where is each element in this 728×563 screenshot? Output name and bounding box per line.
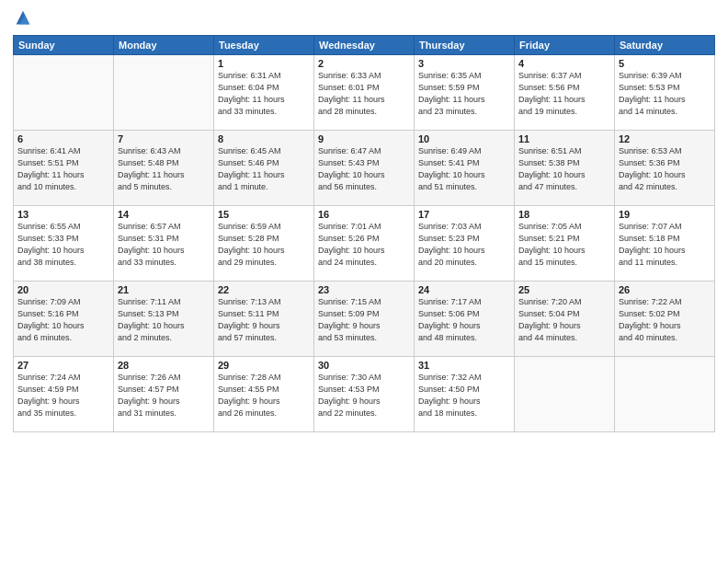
logo <box>13 9 35 29</box>
calendar-table: SundayMondayTuesdayWednesdayThursdayFrid… <box>13 35 715 432</box>
calendar-cell: 12Sunrise: 6:53 AM Sunset: 5:36 PM Dayli… <box>615 131 715 206</box>
day-number: 25 <box>518 284 610 295</box>
day-number: 22 <box>218 284 310 295</box>
day-info: Sunrise: 7:24 AM Sunset: 4:59 PM Dayligh… <box>17 372 109 419</box>
calendar-cell: 28Sunrise: 7:26 AM Sunset: 4:57 PM Dayli… <box>114 357 214 432</box>
week-row-1: 1Sunrise: 6:31 AM Sunset: 6:04 PM Daylig… <box>14 55 715 131</box>
day-number: 15 <box>218 209 310 220</box>
weekday-tuesday: Tuesday <box>214 36 314 55</box>
calendar-cell: 9Sunrise: 6:47 AM Sunset: 5:43 PM Daylig… <box>314 131 415 206</box>
calendar-cell: 26Sunrise: 7:22 AM Sunset: 5:02 PM Dayli… <box>615 282 715 357</box>
day-info: Sunrise: 7:17 AM Sunset: 5:06 PM Dayligh… <box>418 296 510 344</box>
day-number: 5 <box>619 58 711 69</box>
day-info: Sunrise: 6:35 AM Sunset: 5:59 PM Dayligh… <box>418 70 510 118</box>
day-number: 16 <box>318 209 410 220</box>
day-info: Sunrise: 6:51 AM Sunset: 5:38 PM Dayligh… <box>518 145 610 193</box>
day-number: 4 <box>518 58 610 69</box>
day-number: 8 <box>218 133 310 144</box>
calendar-cell: 11Sunrise: 6:51 AM Sunset: 5:38 PM Dayli… <box>515 131 615 206</box>
day-info: Sunrise: 7:05 AM Sunset: 5:21 PM Dayligh… <box>518 221 610 269</box>
calendar-cell: 16Sunrise: 7:01 AM Sunset: 5:26 PM Dayli… <box>314 206 415 282</box>
calendar-cell: 6Sunrise: 6:41 AM Sunset: 5:51 PM Daylig… <box>14 131 114 206</box>
calendar-cell: 1Sunrise: 6:31 AM Sunset: 6:04 PM Daylig… <box>214 55 314 131</box>
calendar-cell: 5Sunrise: 6:39 AM Sunset: 5:53 PM Daylig… <box>615 55 715 131</box>
day-info: Sunrise: 7:11 AM Sunset: 5:13 PM Dayligh… <box>118 296 210 344</box>
day-number: 21 <box>118 284 210 295</box>
day-info: Sunrise: 6:39 AM Sunset: 5:53 PM Dayligh… <box>619 70 711 118</box>
weekday-monday: Monday <box>114 36 214 55</box>
calendar-cell: 17Sunrise: 7:03 AM Sunset: 5:23 PM Dayli… <box>415 206 515 282</box>
calendar-cell: 10Sunrise: 6:49 AM Sunset: 5:41 PM Dayli… <box>415 131 515 206</box>
calendar-cell: 15Sunrise: 6:59 AM Sunset: 5:28 PM Dayli… <box>214 206 314 282</box>
day-info: Sunrise: 7:13 AM Sunset: 5:11 PM Dayligh… <box>218 296 310 344</box>
day-number: 20 <box>17 284 109 295</box>
day-info: Sunrise: 7:03 AM Sunset: 5:23 PM Dayligh… <box>418 221 510 269</box>
weekday-sunday: Sunday <box>14 36 114 55</box>
day-info: Sunrise: 7:32 AM Sunset: 4:50 PM Dayligh… <box>418 372 510 419</box>
week-row-2: 6Sunrise: 6:41 AM Sunset: 5:51 PM Daylig… <box>14 131 715 206</box>
weekday-header-row: SundayMondayTuesdayWednesdayThursdayFrid… <box>14 36 715 55</box>
day-info: Sunrise: 7:28 AM Sunset: 4:55 PM Dayligh… <box>218 372 310 419</box>
day-number: 28 <box>118 360 210 371</box>
day-info: Sunrise: 6:37 AM Sunset: 5:56 PM Dayligh… <box>518 70 610 118</box>
weekday-thursday: Thursday <box>415 36 515 55</box>
day-number: 18 <box>518 209 610 220</box>
calendar-cell <box>14 55 114 131</box>
day-number: 2 <box>318 58 410 69</box>
day-number: 12 <box>619 133 711 144</box>
day-info: Sunrise: 6:49 AM Sunset: 5:41 PM Dayligh… <box>418 145 510 193</box>
day-info: Sunrise: 6:33 AM Sunset: 6:01 PM Dayligh… <box>318 70 410 118</box>
day-number: 17 <box>418 209 510 220</box>
day-info: Sunrise: 7:22 AM Sunset: 5:02 PM Dayligh… <box>619 296 711 344</box>
calendar-cell: 25Sunrise: 7:20 AM Sunset: 5:04 PM Dayli… <box>515 282 615 357</box>
day-info: Sunrise: 6:31 AM Sunset: 6:04 PM Dayligh… <box>218 70 310 118</box>
day-info: Sunrise: 6:59 AM Sunset: 5:28 PM Dayligh… <box>218 221 310 269</box>
day-number: 29 <box>218 360 310 371</box>
calendar-cell: 23Sunrise: 7:15 AM Sunset: 5:09 PM Dayli… <box>314 282 415 357</box>
day-info: Sunrise: 6:55 AM Sunset: 5:33 PM Dayligh… <box>17 221 109 269</box>
day-number: 19 <box>619 209 711 220</box>
day-number: 24 <box>418 284 510 295</box>
day-info: Sunrise: 6:41 AM Sunset: 5:51 PM Dayligh… <box>17 145 109 193</box>
calendar-cell: 20Sunrise: 7:09 AM Sunset: 5:16 PM Dayli… <box>14 282 114 357</box>
calendar-cell: 4Sunrise: 6:37 AM Sunset: 5:56 PM Daylig… <box>515 55 615 131</box>
week-row-3: 13Sunrise: 6:55 AM Sunset: 5:33 PM Dayli… <box>14 206 715 282</box>
calendar-cell: 27Sunrise: 7:24 AM Sunset: 4:59 PM Dayli… <box>14 357 114 432</box>
day-number: 26 <box>619 284 711 295</box>
day-number: 23 <box>318 284 410 295</box>
calendar-cell <box>515 357 615 432</box>
day-info: Sunrise: 7:01 AM Sunset: 5:26 PM Dayligh… <box>318 221 410 269</box>
day-number: 9 <box>318 133 410 144</box>
calendar-cell: 21Sunrise: 7:11 AM Sunset: 5:13 PM Dayli… <box>114 282 214 357</box>
calendar-cell: 7Sunrise: 6:43 AM Sunset: 5:48 PM Daylig… <box>114 131 214 206</box>
day-info: Sunrise: 6:47 AM Sunset: 5:43 PM Dayligh… <box>318 145 410 193</box>
day-number: 31 <box>418 360 510 371</box>
day-number: 10 <box>418 133 510 144</box>
weekday-friday: Friday <box>515 36 615 55</box>
calendar-cell: 22Sunrise: 7:13 AM Sunset: 5:11 PM Dayli… <box>214 282 314 357</box>
day-info: Sunrise: 7:09 AM Sunset: 5:16 PM Dayligh… <box>17 296 109 344</box>
day-info: Sunrise: 7:30 AM Sunset: 4:53 PM Dayligh… <box>318 372 410 419</box>
day-info: Sunrise: 7:07 AM Sunset: 5:18 PM Dayligh… <box>619 221 711 269</box>
week-row-5: 27Sunrise: 7:24 AM Sunset: 4:59 PM Dayli… <box>14 357 715 432</box>
calendar-cell: 30Sunrise: 7:30 AM Sunset: 4:53 PM Dayli… <box>314 357 415 432</box>
calendar-cell: 14Sunrise: 6:57 AM Sunset: 5:31 PM Dayli… <box>114 206 214 282</box>
day-number: 27 <box>17 360 109 371</box>
calendar-cell: 13Sunrise: 6:55 AM Sunset: 5:33 PM Dayli… <box>14 206 114 282</box>
header <box>13 9 715 29</box>
day-number: 11 <box>518 133 610 144</box>
day-info: Sunrise: 6:57 AM Sunset: 5:31 PM Dayligh… <box>118 221 210 269</box>
day-number: 6 <box>17 133 109 144</box>
day-number: 3 <box>418 58 510 69</box>
day-number: 7 <box>118 133 210 144</box>
page: SundayMondayTuesdayWednesdayThursdayFrid… <box>0 0 728 563</box>
logo-icon <box>13 9 33 29</box>
day-number: 14 <box>118 209 210 220</box>
day-info: Sunrise: 7:20 AM Sunset: 5:04 PM Dayligh… <box>518 296 610 344</box>
calendar-cell <box>615 357 715 432</box>
day-info: Sunrise: 6:43 AM Sunset: 5:48 PM Dayligh… <box>118 145 210 193</box>
calendar-cell: 31Sunrise: 7:32 AM Sunset: 4:50 PM Dayli… <box>415 357 515 432</box>
week-row-4: 20Sunrise: 7:09 AM Sunset: 5:16 PM Dayli… <box>14 282 715 357</box>
calendar-cell: 24Sunrise: 7:17 AM Sunset: 5:06 PM Dayli… <box>415 282 515 357</box>
day-number: 1 <box>218 58 310 69</box>
